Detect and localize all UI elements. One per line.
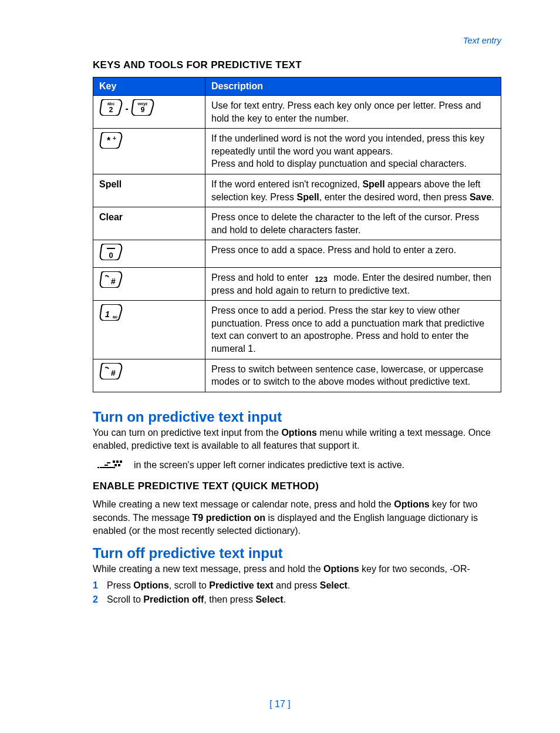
table-header-description: Description xyxy=(205,78,501,96)
predictive-indicator-icon xyxy=(96,459,124,471)
description-cell: Press once to delete the character to th… xyxy=(205,207,501,240)
enable-quick-body: While creating a new text message or cal… xyxy=(93,498,501,537)
key-hash-icon: # xyxy=(99,363,123,383)
page-number: [ 17 ] xyxy=(0,699,560,710)
svg-text:+: + xyxy=(113,135,116,142)
description-cell: Press once to add a period. Press the st… xyxy=(205,301,501,359)
svg-rect-14 xyxy=(104,465,108,466)
key-cell: 0 xyxy=(93,240,205,268)
turn-off-steps: 1Press Options, scroll to Predictive tex… xyxy=(93,580,501,605)
key-cell: 1ao xyxy=(93,301,205,359)
svg-text:ao: ao xyxy=(113,315,117,319)
step-text: Press Options, scroll to Predictive text… xyxy=(107,580,350,591)
table-row: ClearPress once to delete the character … xyxy=(93,207,501,240)
keys-table: Key Description abc2 - wxyz9Use for text… xyxy=(93,77,501,392)
key-hash-icon: # xyxy=(99,271,123,291)
step-number: 2 xyxy=(93,594,101,605)
table-row: 0Press once to add a space. Press and ho… xyxy=(93,240,501,268)
section-heading-enable-quick: ENABLE PREDICTIVE TEXT (QUICK METHOD) xyxy=(93,480,501,492)
key-cell: abc2 - wxyz9 xyxy=(93,96,205,129)
step-text: Scroll to Prediction off, then press Sel… xyxy=(107,594,286,605)
key-cell: Spell xyxy=(93,174,205,207)
key-9-icon: wxyz9 xyxy=(131,99,154,119)
svg-rect-17 xyxy=(116,460,119,463)
table-row: SpellIf the word entered isn't recognize… xyxy=(93,174,501,207)
indicator-text: in the screen's upper left corner indica… xyxy=(134,460,404,470)
key-cell: # xyxy=(93,359,205,392)
svg-rect-12 xyxy=(97,467,99,468)
turn-off-body: While creating a new text message, press… xyxy=(93,563,501,576)
svg-rect-18 xyxy=(120,460,122,463)
key-cell: *+ xyxy=(93,129,205,174)
mode-123-icon: 123 xyxy=(311,273,331,283)
table-row: abc2 - wxyz9Use for text entry. Press ea… xyxy=(93,96,501,129)
key-1-icon: 1ao xyxy=(99,304,123,324)
key-cell: # xyxy=(93,267,205,300)
table-header-key: Key xyxy=(93,78,205,96)
table-row: #Press to switch between sentence case, … xyxy=(93,359,501,392)
step-number: 1 xyxy=(93,580,101,591)
svg-text:123: 123 xyxy=(315,275,328,283)
svg-text:0: 0 xyxy=(109,251,113,260)
description-cell: Use for text entry. Press each key only … xyxy=(205,96,501,129)
svg-text:9: 9 xyxy=(141,106,145,114)
svg-rect-19 xyxy=(114,464,117,466)
key-star-icon: *+ xyxy=(99,132,123,152)
svg-rect-20 xyxy=(118,464,120,466)
svg-text:#: # xyxy=(111,368,116,378)
table-row: #Press and hold to enter 123 mode. Enter… xyxy=(93,267,501,300)
breadcrumb: Text entry xyxy=(93,35,501,45)
description-cell: Press to switch between sentence case, l… xyxy=(205,359,501,392)
svg-rect-15 xyxy=(107,462,110,463)
turn-on-body: You can turn on predictive text input fr… xyxy=(93,426,501,453)
key-range-separator: - xyxy=(125,103,128,113)
svg-text:#: # xyxy=(111,277,116,286)
svg-text:abc: abc xyxy=(107,102,114,106)
svg-text:*: * xyxy=(107,136,111,146)
key-0-icon: 0 xyxy=(99,244,123,264)
description-cell: If the underlined word is not the word y… xyxy=(205,129,501,174)
table-row: 1aoPress once to add a period. Press the… xyxy=(93,301,501,359)
table-row: *+If the underlined word is not the word… xyxy=(93,129,501,174)
svg-rect-13 xyxy=(100,467,115,468)
svg-rect-16 xyxy=(113,460,115,463)
key-cell: Clear xyxy=(93,207,205,240)
svg-text:2: 2 xyxy=(109,106,113,114)
key-2-icon: abc2 xyxy=(99,99,123,119)
section-heading-turn-off: Turn off predictive text input xyxy=(93,545,501,561)
description-cell: Press once to add a space. Press and hol… xyxy=(205,240,501,268)
section-heading-keys-tools: KEYS AND TOOLS FOR PREDICTIVE TEXT xyxy=(93,59,501,71)
list-item: 2Scroll to Prediction off, then press Se… xyxy=(93,594,501,605)
list-item: 1Press Options, scroll to Predictive tex… xyxy=(93,580,501,591)
svg-text:1: 1 xyxy=(105,310,110,319)
description-cell: Press and hold to enter 123 mode. Enter … xyxy=(205,267,501,300)
description-cell: If the word entered isn't recognized, Sp… xyxy=(205,174,501,207)
section-heading-turn-on: Turn on predictive text input xyxy=(93,409,501,425)
